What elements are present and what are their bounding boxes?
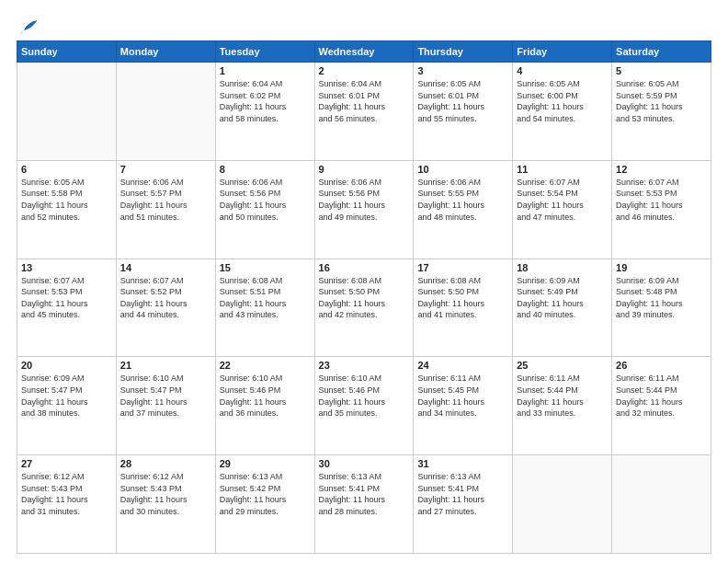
- day-number: 9: [319, 164, 410, 175]
- calendar-cell: 31Sunrise: 6:13 AM Sunset: 5:41 PM Dayli…: [414, 455, 513, 554]
- calendar-cell: 4Sunrise: 6:05 AM Sunset: 6:00 PM Daylig…: [513, 63, 612, 161]
- calendar-cell: 6Sunrise: 6:05 AM Sunset: 5:58 PM Daylig…: [17, 160, 117, 259]
- day-info: Sunrise: 6:09 AM Sunset: 5:47 PM Dayligh…: [21, 373, 112, 419]
- logo: [17, 17, 39, 33]
- calendar-table: SundayMondayTuesdayWednesdayThursdayFrid…: [17, 40, 711, 554]
- day-number: 4: [517, 65, 608, 76]
- calendar-cell: 12Sunrise: 6:07 AM Sunset: 5:53 PM Dayli…: [612, 160, 711, 259]
- day-info: Sunrise: 6:05 AM Sunset: 6:01 PM Dayligh…: [417, 78, 508, 124]
- calendar-cell: 24Sunrise: 6:11 AM Sunset: 5:45 PM Dayli…: [414, 357, 513, 455]
- day-info: Sunrise: 6:04 AM Sunset: 6:02 PM Dayligh…: [220, 78, 311, 124]
- day-info: Sunrise: 6:07 AM Sunset: 5:52 PM Dayligh…: [120, 275, 211, 321]
- calendar-cell: [116, 63, 215, 161]
- day-info: Sunrise: 6:09 AM Sunset: 5:48 PM Dayligh…: [616, 275, 707, 321]
- day-info: Sunrise: 6:10 AM Sunset: 5:46 PM Dayligh…: [220, 373, 311, 419]
- day-number: 25: [517, 360, 608, 371]
- day-number: 28: [120, 458, 211, 469]
- day-number: 20: [21, 360, 112, 371]
- day-info: Sunrise: 6:08 AM Sunset: 5:51 PM Dayligh…: [220, 275, 311, 321]
- day-number: 6: [21, 164, 112, 175]
- day-info: Sunrise: 6:06 AM Sunset: 5:56 PM Dayligh…: [220, 177, 311, 223]
- calendar-cell: [17, 63, 117, 161]
- calendar-cell: 20Sunrise: 6:09 AM Sunset: 5:47 PM Dayli…: [17, 357, 117, 455]
- day-number: 22: [220, 360, 311, 371]
- calendar-cell: 28Sunrise: 6:12 AM Sunset: 5:43 PM Dayli…: [116, 455, 215, 554]
- week-row: 6Sunrise: 6:05 AM Sunset: 5:58 PM Daylig…: [17, 160, 711, 259]
- day-number: 23: [319, 360, 410, 371]
- day-info: Sunrise: 6:11 AM Sunset: 5:44 PM Dayligh…: [616, 373, 707, 419]
- day-number: 21: [120, 360, 211, 371]
- day-number: 24: [417, 360, 508, 371]
- calendar-cell: 9Sunrise: 6:06 AM Sunset: 5:56 PM Daylig…: [314, 160, 414, 259]
- page: SundayMondayTuesdayWednesdayThursdayFrid…: [0, 0, 728, 563]
- day-info: Sunrise: 6:12 AM Sunset: 5:43 PM Dayligh…: [21, 471, 112, 517]
- calendar-cell: 26Sunrise: 6:11 AM Sunset: 5:44 PM Dayli…: [612, 357, 711, 455]
- day-number: 11: [517, 164, 608, 175]
- logo-bird-icon: [18, 17, 39, 37]
- day-info: Sunrise: 6:06 AM Sunset: 5:56 PM Dayligh…: [319, 177, 410, 223]
- calendar-cell: 19Sunrise: 6:09 AM Sunset: 5:48 PM Dayli…: [612, 259, 711, 357]
- day-number: 7: [120, 164, 211, 175]
- calendar-cell: 25Sunrise: 6:11 AM Sunset: 5:44 PM Dayli…: [513, 357, 612, 455]
- day-number: 19: [616, 262, 707, 273]
- day-number: 3: [417, 65, 508, 76]
- calendar-cell: [513, 455, 612, 554]
- day-number: 26: [616, 360, 707, 371]
- calendar-cell: 22Sunrise: 6:10 AM Sunset: 5:46 PM Dayli…: [215, 357, 314, 455]
- calendar-cell: 2Sunrise: 6:04 AM Sunset: 6:01 PM Daylig…: [314, 63, 414, 161]
- week-row: 27Sunrise: 6:12 AM Sunset: 5:43 PM Dayli…: [17, 455, 711, 554]
- day-info: Sunrise: 6:07 AM Sunset: 5:54 PM Dayligh…: [517, 177, 608, 223]
- day-info: Sunrise: 6:09 AM Sunset: 5:49 PM Dayligh…: [517, 275, 608, 321]
- calendar-cell: 11Sunrise: 6:07 AM Sunset: 5:54 PM Dayli…: [513, 160, 612, 259]
- weekday-header: Thursday: [414, 41, 513, 63]
- day-info: Sunrise: 6:05 AM Sunset: 6:00 PM Dayligh…: [517, 78, 608, 124]
- day-number: 14: [120, 262, 211, 273]
- day-number: 10: [417, 164, 508, 175]
- day-info: Sunrise: 6:06 AM Sunset: 5:55 PM Dayligh…: [417, 177, 508, 223]
- calendar-cell: 14Sunrise: 6:07 AM Sunset: 5:52 PM Dayli…: [116, 259, 215, 357]
- calendar-cell: 10Sunrise: 6:06 AM Sunset: 5:55 PM Dayli…: [414, 160, 513, 259]
- day-info: Sunrise: 6:08 AM Sunset: 5:50 PM Dayligh…: [417, 275, 508, 321]
- calendar-cell: 21Sunrise: 6:10 AM Sunset: 5:47 PM Dayli…: [116, 357, 215, 455]
- calendar-cell: 27Sunrise: 6:12 AM Sunset: 5:43 PM Dayli…: [17, 455, 117, 554]
- calendar-cell: 29Sunrise: 6:13 AM Sunset: 5:42 PM Dayli…: [215, 455, 314, 554]
- day-info: Sunrise: 6:07 AM Sunset: 5:53 PM Dayligh…: [21, 275, 112, 321]
- day-info: Sunrise: 6:08 AM Sunset: 5:50 PM Dayligh…: [319, 275, 410, 321]
- header-row: SundayMondayTuesdayWednesdayThursdayFrid…: [17, 41, 711, 63]
- day-number: 16: [319, 262, 410, 273]
- weekday-header: Friday: [513, 41, 612, 63]
- calendar-cell: 15Sunrise: 6:08 AM Sunset: 5:51 PM Dayli…: [215, 259, 314, 357]
- day-info: Sunrise: 6:11 AM Sunset: 5:44 PM Dayligh…: [517, 373, 608, 419]
- weekday-header: Sunday: [17, 41, 117, 63]
- day-info: Sunrise: 6:10 AM Sunset: 5:46 PM Dayligh…: [319, 373, 410, 419]
- day-info: Sunrise: 6:11 AM Sunset: 5:45 PM Dayligh…: [417, 373, 508, 419]
- day-info: Sunrise: 6:05 AM Sunset: 5:58 PM Dayligh…: [21, 177, 112, 223]
- weekday-header: Monday: [116, 41, 215, 63]
- day-number: 30: [319, 458, 410, 469]
- day-number: 31: [417, 458, 508, 469]
- day-number: 2: [319, 65, 410, 76]
- header: [17, 17, 711, 33]
- day-info: Sunrise: 6:13 AM Sunset: 5:41 PM Dayligh…: [319, 471, 410, 517]
- day-info: Sunrise: 6:04 AM Sunset: 6:01 PM Dayligh…: [319, 78, 410, 124]
- day-number: 17: [417, 262, 508, 273]
- day-number: 12: [616, 164, 707, 175]
- day-number: 18: [517, 262, 608, 273]
- weekday-header: Tuesday: [215, 41, 314, 63]
- calendar-cell: 23Sunrise: 6:10 AM Sunset: 5:46 PM Dayli…: [314, 357, 414, 455]
- calendar-cell: 3Sunrise: 6:05 AM Sunset: 6:01 PM Daylig…: [414, 63, 513, 161]
- calendar-cell: [612, 455, 711, 554]
- calendar-cell: 17Sunrise: 6:08 AM Sunset: 5:50 PM Dayli…: [414, 259, 513, 357]
- calendar-cell: 16Sunrise: 6:08 AM Sunset: 5:50 PM Dayli…: [314, 259, 414, 357]
- day-number: 1: [220, 65, 311, 76]
- week-row: 13Sunrise: 6:07 AM Sunset: 5:53 PM Dayli…: [17, 259, 711, 357]
- week-row: 20Sunrise: 6:09 AM Sunset: 5:47 PM Dayli…: [17, 357, 711, 455]
- day-info: Sunrise: 6:13 AM Sunset: 5:41 PM Dayligh…: [417, 471, 508, 517]
- day-number: 15: [220, 262, 311, 273]
- day-info: Sunrise: 6:06 AM Sunset: 5:57 PM Dayligh…: [120, 177, 211, 223]
- day-number: 29: [220, 458, 311, 469]
- day-info: Sunrise: 6:07 AM Sunset: 5:53 PM Dayligh…: [616, 177, 707, 223]
- day-info: Sunrise: 6:13 AM Sunset: 5:42 PM Dayligh…: [220, 471, 311, 517]
- calendar-cell: 18Sunrise: 6:09 AM Sunset: 5:49 PM Dayli…: [513, 259, 612, 357]
- calendar-cell: 7Sunrise: 6:06 AM Sunset: 5:57 PM Daylig…: [116, 160, 215, 259]
